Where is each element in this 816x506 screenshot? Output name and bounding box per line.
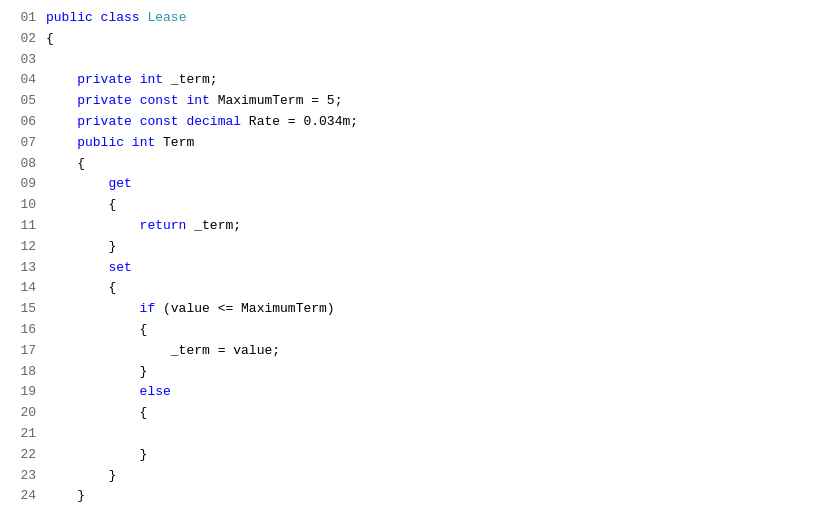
line-content: { [46, 195, 116, 216]
line-content: private const decimal Rate = 0.034m; [46, 112, 358, 133]
code-line: 09 get [0, 174, 816, 195]
line-content: set [46, 258, 132, 279]
code-line: 03 [0, 50, 816, 71]
line-content: public int Term [46, 133, 194, 154]
code-line: 23 } [0, 466, 816, 487]
line-content: get [46, 174, 132, 195]
code-line: 12 } [0, 237, 816, 258]
line-number: 06 [8, 112, 36, 133]
line-number: 14 [8, 278, 36, 299]
line-number: 07 [8, 133, 36, 154]
line-number: 24 [8, 486, 36, 506]
line-content: return _term; [46, 216, 241, 237]
line-number: 16 [8, 320, 36, 341]
line-number: 22 [8, 445, 36, 466]
code-line: 19 else [0, 382, 816, 403]
line-number: 12 [8, 237, 36, 258]
line-content: _term = value; [46, 341, 280, 362]
line-content: } [46, 237, 116, 258]
line-content: { [46, 320, 147, 341]
line-number: 04 [8, 70, 36, 91]
line-number: 03 [8, 50, 36, 71]
line-number: 17 [8, 341, 36, 362]
code-line: 24 } [0, 486, 816, 506]
code-line: 15 if (value <= MaximumTerm) [0, 299, 816, 320]
code-line: 05 private const int MaximumTerm = 5; [0, 91, 816, 112]
line-content: public class Lease [46, 8, 186, 29]
code-line: 06 private const decimal Rate = 0.034m; [0, 112, 816, 133]
line-number: 15 [8, 299, 36, 320]
line-content: { [46, 403, 147, 424]
code-line: 10 { [0, 195, 816, 216]
line-content: } [46, 445, 147, 466]
line-content: } [46, 486, 85, 506]
line-number: 21 [8, 424, 36, 445]
line-content: private int _term; [46, 70, 218, 91]
code-line: 16 { [0, 320, 816, 341]
line-number: 10 [8, 195, 36, 216]
code-line: 13 set [0, 258, 816, 279]
code-line: 11 return _term; [0, 216, 816, 237]
line-number: 13 [8, 258, 36, 279]
code-line: 17 _term = value; [0, 341, 816, 362]
line-content: { [46, 29, 54, 50]
line-number: 23 [8, 466, 36, 487]
code-line: 21 [0, 424, 816, 445]
code-editor: 01public class Lease02{0304 private int … [0, 0, 816, 506]
line-number: 05 [8, 91, 36, 112]
code-line: 22 } [0, 445, 816, 466]
line-number: 19 [8, 382, 36, 403]
code-line: 18 } [0, 362, 816, 383]
line-number: 08 [8, 154, 36, 175]
line-content: { [46, 278, 116, 299]
line-content: else [46, 382, 171, 403]
code-line: 04 private int _term; [0, 70, 816, 91]
line-number: 09 [8, 174, 36, 195]
line-number: 11 [8, 216, 36, 237]
line-content: if (value <= MaximumTerm) [46, 299, 335, 320]
line-content: } [46, 466, 116, 487]
line-content: } [46, 362, 147, 383]
code-line: 02{ [0, 29, 816, 50]
code-line: 07 public int Term [0, 133, 816, 154]
code-line: 14 { [0, 278, 816, 299]
code-line: 08 { [0, 154, 816, 175]
code-line: 20 { [0, 403, 816, 424]
line-number: 02 [8, 29, 36, 50]
line-number: 20 [8, 403, 36, 424]
code-line: 01public class Lease [0, 8, 816, 29]
line-number: 01 [8, 8, 36, 29]
line-content: { [46, 154, 85, 175]
line-content: private const int MaximumTerm = 5; [46, 91, 342, 112]
line-number: 18 [8, 362, 36, 383]
